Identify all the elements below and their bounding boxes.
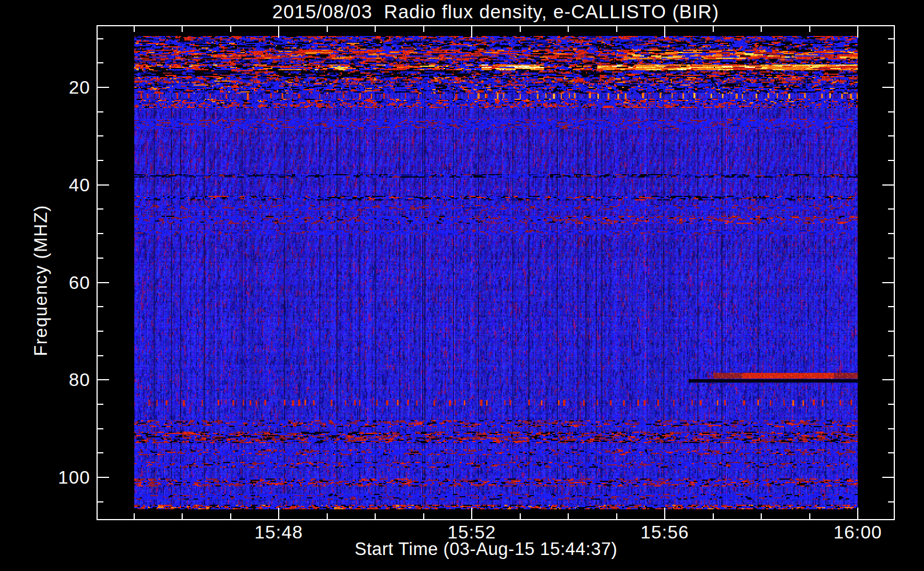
page-title: 2015/08/03 Radio flux density, e-CALLIST… [97, 1, 895, 23]
tick-mark [888, 233, 894, 234]
tick-mark [98, 135, 103, 136]
tick-mark [278, 508, 279, 519]
tick-mark [98, 87, 109, 88]
tick-mark [98, 258, 103, 259]
tick-mark [471, 508, 472, 519]
tick-mark [888, 135, 894, 136]
tick-mark [98, 111, 103, 112]
tick-mark [230, 26, 231, 32]
tick-mark [568, 26, 569, 32]
tick-mark [664, 508, 665, 519]
tick-mark [882, 477, 894, 478]
tick-mark [809, 513, 810, 519]
tick-mark [888, 258, 894, 259]
tick-mark [423, 513, 424, 519]
tick-mark [888, 62, 894, 63]
tick-mark [761, 26, 762, 32]
tick-mark [809, 26, 810, 32]
tick-mark [98, 501, 103, 502]
tick-mark [888, 111, 894, 112]
tick-mark [98, 282, 109, 283]
tick-mark [888, 428, 894, 429]
y-axis-label: Frequency (MHZ) [31, 195, 51, 366]
x-tick-label: 15:48 [239, 522, 319, 542]
tick-mark [568, 513, 569, 519]
tick-mark [375, 26, 376, 32]
tick-mark [713, 513, 714, 519]
tick-mark [713, 26, 714, 32]
tick-mark [888, 306, 894, 307]
tick-mark [520, 26, 521, 32]
tick-mark [857, 26, 858, 38]
tick-mark [98, 306, 103, 307]
tick-mark [616, 513, 617, 519]
tick-mark [520, 513, 521, 519]
tick-mark [888, 208, 894, 210]
tick-mark [423, 26, 424, 32]
y-tick-label: 40 [50, 175, 90, 195]
tick-mark [98, 38, 103, 39]
tick-mark [278, 26, 279, 38]
tick-mark [888, 404, 894, 405]
tick-mark [882, 184, 894, 186]
tick-mark [98, 62, 103, 63]
tick-mark [882, 282, 894, 283]
tick-mark [98, 404, 103, 405]
tick-mark [857, 508, 858, 519]
tick-mark [375, 513, 376, 519]
tick-mark [98, 355, 103, 356]
tick-mark [888, 331, 894, 332]
tick-mark [230, 513, 231, 519]
tick-mark [327, 513, 328, 519]
tick-mark [182, 26, 183, 32]
plot-frame [97, 25, 895, 520]
tick-mark [616, 26, 617, 32]
tick-mark [888, 160, 894, 161]
tick-mark [888, 452, 894, 453]
tick-mark [882, 379, 894, 380]
tick-mark [134, 513, 135, 519]
tick-mark [888, 355, 894, 356]
tick-mark [98, 233, 103, 234]
x-tick-label: 16:00 [818, 522, 898, 542]
tick-mark [98, 184, 109, 186]
y-tick-label: 60 [50, 273, 90, 292]
tick-mark [327, 26, 328, 32]
y-tick-label: 20 [50, 78, 90, 97]
tick-mark [134, 26, 135, 32]
tick-mark [471, 26, 472, 38]
x-axis-label: Start Time (03-Aug-15 15:44:37) [315, 539, 657, 560]
tick-mark [664, 26, 665, 38]
tick-mark [98, 208, 103, 210]
tick-mark [761, 513, 762, 519]
spectrogram-page: 2015/08/03 Radio flux density, e-CALLIST… [0, 0, 924, 571]
tick-mark [98, 428, 103, 429]
tick-mark [98, 160, 103, 161]
tick-mark [98, 379, 109, 380]
tick-mark [98, 477, 109, 478]
y-tick-label: 100 [50, 468, 90, 487]
tick-mark [888, 38, 894, 39]
tick-mark [182, 513, 183, 519]
y-tick-label: 80 [50, 370, 90, 389]
tick-mark [888, 501, 894, 502]
tick-mark [882, 87, 894, 88]
tick-mark [98, 452, 103, 453]
tick-mark [98, 331, 103, 332]
